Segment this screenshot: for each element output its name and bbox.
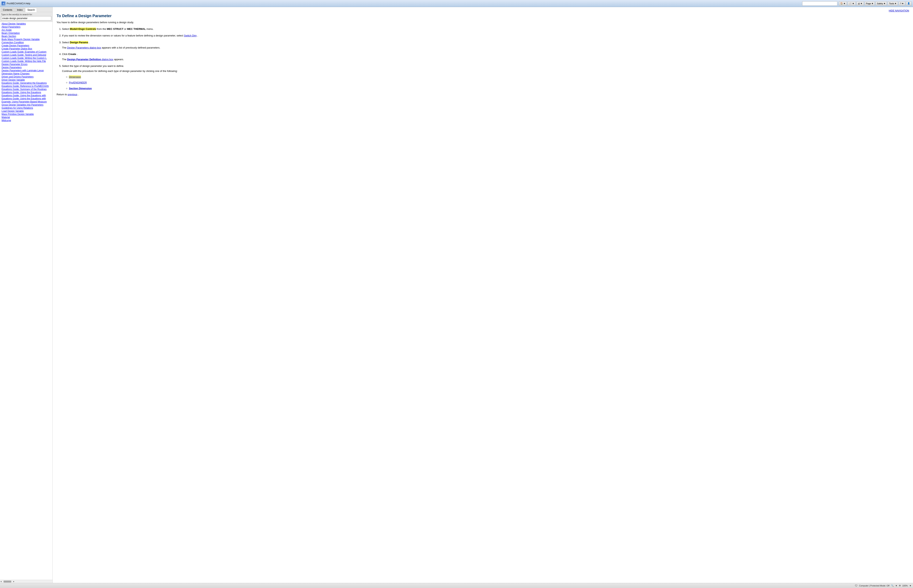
- nav-item[interactable]: Load Design Variable: [0, 110, 52, 113]
- pro-engineer-link[interactable]: Pro/ENGINEER: [69, 81, 87, 84]
- nav-tabs: Contents Index Search: [0, 7, 52, 12]
- left-panel: Contents Index Search Type in the word(s…: [0, 7, 53, 583]
- nav-item[interactable]: Equations Guide: Using the Equations wit…: [0, 97, 52, 100]
- scroll-left-arrow[interactable]: ◄: [0, 580, 2, 583]
- nav-item[interactable]: Material: [0, 116, 52, 119]
- step-5-note: Continue with the procedure for defining…: [62, 69, 909, 73]
- step-4-text: Click: [62, 53, 68, 55]
- step-2-text: If you want to review the dimension name…: [62, 34, 184, 37]
- search-icon-status: 🔍: [891, 584, 894, 587]
- nav-item[interactable]: Custom Loads Guide: Writing the Help Fil…: [0, 60, 52, 63]
- tab-index[interactable]: Index: [15, 8, 25, 12]
- nav-item[interactable]: Driver Design Variable: [0, 78, 52, 81]
- nav-item[interactable]: Design Parameter Errors: [0, 63, 52, 66]
- search-area: Type in the word(s) to search for:: [0, 12, 52, 22]
- nav-item[interactable]: About Design Variables: [0, 22, 52, 25]
- step-2-end: .: [197, 34, 198, 37]
- nav-item[interactable]: Create Parameter Dialog Box: [0, 47, 52, 50]
- nav-item[interactable]: Example: Using Parameter-Based Measure: [0, 100, 52, 103]
- nav-item[interactable]: Create Design Parameters: [0, 44, 52, 47]
- nav-item[interactable]: Equations Guide: Using the Equations wit…: [0, 94, 52, 97]
- step-4: Click Create . The Design Parameter Defi…: [62, 52, 909, 61]
- step-1-mid: or: [124, 27, 127, 31]
- list-scrollbar[interactable]: ◄ ►: [0, 580, 52, 583]
- design-parameters-dialog-link[interactable]: Design Parameters dialog box: [67, 46, 101, 49]
- scroll-right-arrow[interactable]: ►: [13, 580, 15, 583]
- tab-contents[interactable]: Contents: [1, 8, 15, 12]
- previous-link[interactable]: previous: [68, 93, 77, 96]
- nav-item[interactable]: Dimension Name Changes: [0, 72, 52, 75]
- search-input[interactable]: [1, 16, 51, 21]
- page-menu[interactable]: Page ▼: [864, 2, 875, 6]
- nav-item[interactable]: Convection Condition: [0, 41, 52, 44]
- user-button[interactable]: 👤: [906, 2, 911, 6]
- step-1-highlight: Model>Dsgn Controls: [70, 27, 96, 31]
- nav-item[interactable]: Guidelines for Using Relations: [0, 107, 52, 110]
- address-bar[interactable]: [802, 2, 837, 6]
- nav-item[interactable]: Beam Orientation: [0, 32, 52, 35]
- step-1: Select Model>Dsgn Controls from the MEC …: [62, 27, 909, 31]
- zoom-icon: ⊕: [899, 584, 901, 587]
- rss-button[interactable]: 📰▼: [848, 2, 856, 6]
- tools-menu[interactable]: Tools ▼: [888, 2, 898, 6]
- switch-dim-link[interactable]: Switch Dim: [184, 34, 197, 37]
- step-3: Select Design Params . The Design Parame…: [62, 40, 909, 50]
- nav-item[interactable]: Mass Primitive Design Variable: [0, 113, 52, 116]
- step-3-highlight: Design Params: [70, 41, 88, 44]
- step-1-bold2: MEC THERMAL: [127, 27, 146, 31]
- nav-item[interactable]: Group Design Variables into Parameters: [0, 103, 52, 107]
- nav-item[interactable]: Design Parameters: [0, 66, 52, 69]
- nav-item[interactable]: Midcurve: [0, 119, 52, 122]
- step-3-end: .: [89, 41, 89, 44]
- status-text: Computer | Protected Mode: Off: [859, 585, 890, 587]
- zoom-level: 100%: [902, 585, 908, 587]
- nav-item[interactable]: Equations Guide: Reference to Pro/MECHAN: [0, 85, 52, 88]
- step-4-end: .: [77, 53, 78, 55]
- scroll-thumb[interactable]: [3, 581, 11, 583]
- app-title: Pro/MECHANICA Help: [6, 2, 30, 5]
- right-panel: HIDE NAVIGATION To Define a Design Param…: [53, 7, 913, 583]
- tab-search[interactable]: Search: [25, 8, 37, 12]
- nav-item[interactable]: Custom Loads Guide: Examples of Custom: [0, 50, 52, 53]
- nav-item[interactable]: Equations Guide: Summary of the Routines: [0, 88, 52, 91]
- nav-item[interactable]: Driven and Driving Parameters: [0, 75, 52, 78]
- page-title: To Define a Design Parameter: [57, 14, 909, 18]
- nav-item[interactable]: About Parameters: [0, 25, 52, 29]
- nav-item[interactable]: Custom Loads Guide: Testing and Debuggi: [0, 53, 52, 57]
- hide-navigation-link[interactable]: HIDE NAVIGATION: [57, 10, 909, 12]
- nav-list: About Design VariablesAbout ParametersAr…: [0, 22, 52, 580]
- main-container: Contents Index Search Type in the word(s…: [0, 7, 913, 583]
- nav-item[interactable]: Equations Guide: Using the Equations: [0, 91, 52, 94]
- help-menu[interactable]: ?▼: [899, 2, 905, 6]
- steps-list: Select Model>Dsgn Controls from the MEC …: [57, 27, 909, 90]
- page-intro: You have to define design parameters bef…: [57, 21, 909, 24]
- design-param-def-link[interactable]: Design Parameter Definition dialog box: [67, 58, 113, 61]
- sub-item-dimension: Dimension: [66, 75, 909, 79]
- print-button[interactable]: 🖨▼: [856, 2, 864, 6]
- step-3-note: The Design Parameters dialog box appears…: [62, 46, 909, 50]
- nav-item[interactable]: Arc Angle: [0, 29, 52, 32]
- step-1-after: from the: [97, 27, 107, 31]
- nav-item[interactable]: Custom Loads Guide: Writing the Custom L: [0, 57, 52, 60]
- return-line: Return to previous .: [57, 93, 909, 96]
- nav-item[interactable]: Design Parameters with Laminate Layup: [0, 69, 52, 72]
- safety-menu[interactable]: Safety ▼: [876, 2, 887, 6]
- step-5: Select the type of design parameter you …: [62, 64, 909, 90]
- sub-item-proengineer: Pro/ENGINEER: [66, 81, 909, 85]
- home-button[interactable]: 🏠▼: [839, 2, 847, 6]
- step-1-bold1: MEC STRUCT: [107, 27, 123, 31]
- nav-item[interactable]: Beam Section: [0, 35, 52, 38]
- step-1-text: Select: [62, 27, 70, 31]
- search-label: Type in the word(s) to search for:: [1, 13, 51, 16]
- nav-item[interactable]: Body Mass Property Design Variable: [0, 38, 52, 41]
- dimension-link[interactable]: Dimension: [69, 76, 81, 78]
- sub-links-list: Dimension Pro/ENGINEER Section Dimension: [62, 75, 909, 90]
- step-4-note: The Design Parameter Definition dialog b…: [62, 58, 909, 61]
- step-3-text: Select: [62, 41, 70, 44]
- section-dimension-link[interactable]: Section Dimension: [69, 87, 92, 90]
- shield-icon: 🛡: [855, 584, 858, 587]
- nav-item[interactable]: Equations Guide: Generating the Equation…: [0, 81, 52, 85]
- app-icon: e: [2, 2, 5, 5]
- status-bar: 🛡 Computer | Protected Mode: Off 🔍 ▼ ⊕ 1…: [0, 583, 913, 588]
- title-bar: e Pro/MECHANICA Help 🏠▼ 📰▼ 🖨▼ Page ▼ Saf…: [0, 0, 913, 7]
